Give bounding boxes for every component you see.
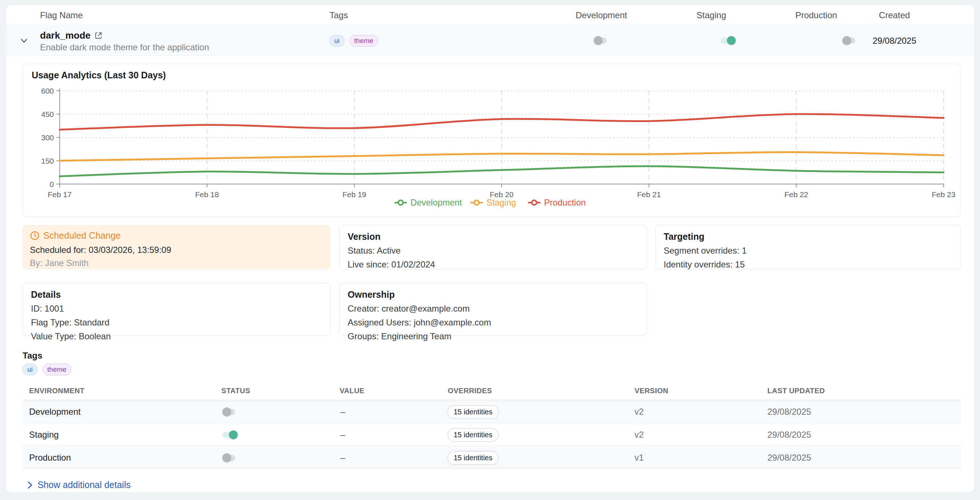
column-version: VERSION (635, 387, 668, 395)
flag-type: Flag Type: Standard (31, 318, 322, 327)
flag-detail-page: { "flag_header": { "columns": ["Flag Nam… (0, 0, 980, 500)
environment-version: v2 (635, 400, 644, 423)
targeting-card: Targeting Segment overrides: 1 Identity … (655, 225, 961, 269)
y-tick-label: 150 (41, 157, 54, 165)
environments-table-header: ENVIRONMENT STATUS VALUE OVERRIDES VERSI… (22, 385, 961, 400)
x-tick-label: Feb 23 (932, 190, 955, 199)
legend-item-staging: Staging (470, 198, 516, 208)
x-tick-label: Feb 19 (342, 190, 366, 199)
legend-item-development: Development (395, 198, 462, 208)
column-flag-name: Flag Name (40, 5, 83, 25)
column-overrides: OVERRIDES (448, 387, 492, 395)
toggle-knob (842, 36, 851, 45)
x-tick-label: Feb 17 (48, 190, 72, 199)
chevron-down-icon[interactable] (19, 36, 29, 46)
tags-section-list: uitheme (22, 364, 72, 375)
usage-chart-svg: 0150300450600Feb 17Feb 18Feb 19Feb 20Feb… (23, 64, 961, 217)
flag-tags: uitheme (329, 26, 378, 56)
flag-name[interactable]: dark_mode (40, 30, 91, 41)
production-toggle[interactable] (842, 36, 858, 45)
segment-overrides: Segment overrides: 1 (663, 246, 953, 256)
environment-last-updated: 29/08/2025 (767, 400, 811, 423)
environment-value: – (340, 400, 345, 423)
chevron-right-icon (27, 480, 33, 490)
environment-name: Production (29, 446, 71, 469)
flag-created-date: 29/08/2025 (858, 26, 931, 56)
overrides-button[interactable]: 15 identities (448, 428, 498, 442)
details-card: Details ID: 1001 Flag Type: Standard Val… (22, 283, 331, 335)
tags-section-title: Tags (22, 351, 42, 361)
column-environment: ENVIRONMENT (29, 387, 84, 395)
flag-row: dark_mode Enable dark mode theme for the… (6, 26, 974, 56)
y-tick-label: 0 (49, 180, 54, 188)
environment-version: v1 (635, 446, 644, 469)
flag-detail-card: Flag Name Tags Development Staging Produ… (6, 5, 974, 492)
column-created: Created (858, 5, 931, 25)
chart-title: Usage Analytics (Last 30 Days) (32, 70, 166, 80)
ownership-title: Ownership (348, 289, 638, 300)
creator: Creator: creator@example.com (348, 304, 638, 314)
tag-ui: ui (22, 364, 38, 375)
environment-name: Development (29, 400, 80, 423)
column-last-updated: LAST UPDATED (767, 387, 825, 395)
tag-theme: theme (43, 364, 72, 375)
x-tick-label: Feb 21 (637, 190, 661, 199)
scheduled-by: By: Jane Smith (30, 258, 323, 268)
flag-description: Enable dark mode theme for the applicati… (40, 42, 209, 53)
overrides-button[interactable]: 15 identities (448, 405, 498, 419)
x-tick-label: Feb 22 (784, 190, 808, 199)
y-tick-label: 600 (41, 87, 54, 95)
targeting-title: Targeting (663, 232, 953, 242)
toggle-knob (223, 454, 231, 462)
overrides-button[interactable]: 15 identities (448, 451, 498, 465)
column-value: VALUE (340, 387, 364, 395)
toggle-knob (229, 430, 238, 439)
column-production: Production (780, 5, 853, 25)
column-status: STATUS (221, 387, 250, 395)
show-additional-details-label: Show additional details (38, 479, 131, 490)
x-tick-label: Feb 18 (195, 190, 219, 199)
flag-table-header: Flag Name Tags Development Staging Produ… (6, 5, 974, 25)
environment-status-toggle[interactable] (223, 407, 238, 416)
ownership-card: Ownership Creator: creator@example.com A… (339, 283, 647, 335)
version-card: Version Status: Active Live since: 01/02… (339, 225, 647, 269)
environment-row: Production – 15 identities v1 29/08/2025 (22, 446, 961, 469)
y-tick-label: 300 (41, 133, 54, 142)
environment-name: Staging (29, 423, 59, 446)
environment-row: Staging – 15 identities v2 29/08/2025 (22, 423, 961, 446)
tag-theme: theme (350, 35, 378, 46)
details-title: Details (31, 289, 322, 300)
environment-value: – (340, 423, 345, 446)
show-additional-details-link[interactable]: Show additional details (27, 479, 131, 490)
identity-overrides: Identity overrides: 15 (663, 259, 953, 270)
clock-icon (30, 231, 40, 241)
environment-status-toggle[interactable] (223, 430, 238, 439)
external-link-icon[interactable] (94, 31, 103, 40)
column-development: Development (565, 5, 638, 25)
version-title: Version (348, 232, 638, 242)
environment-version: v2 (635, 423, 644, 446)
flag-id: ID: 1001 (31, 304, 322, 314)
toggle-knob (223, 407, 231, 416)
svg-text:Development: Development (410, 198, 462, 208)
legend-item-production: Production (528, 198, 586, 208)
usage-analytics-card: 0150300450600Feb 17Feb 18Feb 19Feb 20Feb… (22, 64, 961, 217)
toggle-knob (594, 36, 603, 45)
scheduled-change-card: Scheduled Change Scheduled for: 03/03/20… (22, 225, 331, 269)
environment-last-updated: 29/08/2025 (767, 446, 811, 469)
svg-text:Staging: Staging (486, 198, 516, 208)
column-staging: Staging (675, 5, 748, 25)
svg-text:Production: Production (544, 198, 586, 208)
column-tags: Tags (329, 5, 348, 25)
version-status: Status: Active (348, 246, 638, 256)
assigned-users: Assigned Users: john@example.com (348, 318, 638, 327)
tag-ui: ui (329, 35, 344, 46)
toggle-knob (727, 36, 736, 45)
development-toggle[interactable] (594, 36, 609, 45)
groups: Groups: Engineering Team (348, 331, 638, 342)
staging-toggle[interactable] (721, 36, 736, 45)
environment-status-toggle[interactable] (223, 454, 238, 462)
value-type: Value Type: Boolean (31, 331, 322, 342)
environments-table: ENVIRONMENT STATUS VALUE OVERRIDES VERSI… (22, 385, 961, 469)
version-live-since: Live since: 01/02/2024 (348, 259, 638, 270)
